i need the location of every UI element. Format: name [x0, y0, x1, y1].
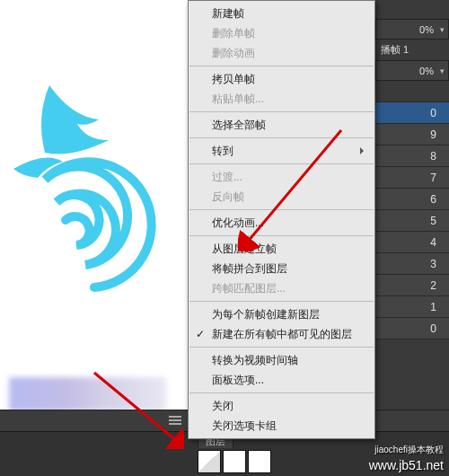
opacity-value: 0% — [376, 24, 436, 35]
menu-item[interactable]: 将帧拼合到图层 — [189, 259, 374, 278]
frame-thumbnail[interactable] — [223, 450, 246, 473]
layer-row[interactable]: 8 — [375, 145, 449, 167]
layers-panel[interactable]: 0%▾ 播帧 1 0%▾ 09876543210 — [375, 0, 449, 476]
watermark-text: www.jb51.net — [369, 458, 444, 472]
menu-item[interactable]: 新建帧 — [189, 4, 374, 23]
fill-value: 0% — [376, 66, 436, 76]
menu-item[interactable]: 拷贝单帧 — [189, 69, 374, 89]
blurred-overlay — [9, 377, 166, 411]
layer-row[interactable]: 5 — [375, 210, 449, 232]
menu-item: 粘贴单帧... — [189, 89, 374, 109]
menu-item[interactable]: 新建在所有帧中都可见的图层 — [189, 324, 374, 344]
menu-item[interactable]: 优化动画... — [189, 213, 374, 233]
watermark-text: jiaochefi操本教程 — [374, 444, 444, 456]
menu-item[interactable]: 从图层建立帧 — [189, 239, 374, 259]
chevron-down-icon[interactable]: ▾ — [436, 66, 448, 75]
layer-row[interactable]: 1 — [375, 296, 449, 318]
layer-row[interactable]: 7 — [375, 167, 449, 189]
layer-row[interactable] — [375, 81, 449, 102]
timeline-menu-icon[interactable] — [169, 416, 181, 425]
layer-row[interactable]: 9 — [375, 124, 449, 145]
menu-item[interactable]: 为每个新帧创建新图层 — [189, 304, 374, 324]
spiral-artwork — [0, 54, 189, 395]
menu-item[interactable]: 关闭 — [189, 396, 374, 416]
frame-thumbnail[interactable] — [248, 450, 271, 473]
chevron-down-icon[interactable]: ▾ — [436, 25, 448, 34]
layer-row[interactable]: 4 — [375, 232, 449, 253]
menu-item: 删除动画 — [189, 43, 374, 63]
menu-item[interactable]: 面板选项... — [189, 370, 374, 390]
menu-item[interactable]: 转换为视频时间轴 — [189, 350, 374, 370]
menu-item[interactable]: 选择全部帧 — [189, 115, 374, 135]
menu-item[interactable]: 转到 — [189, 141, 374, 161]
menu-item[interactable]: 关闭选项卡组 — [189, 416, 374, 436]
fill-row[interactable]: 0%▾ — [375, 61, 449, 81]
layer-row[interactable]: 2 — [375, 275, 449, 296]
layer-row[interactable]: 0 — [375, 318, 449, 339]
opacity-row[interactable]: 0%▾ — [375, 20, 449, 40]
document-canvas[interactable] — [0, 0, 189, 431]
menu-item: 删除单帧 — [189, 23, 374, 43]
menu-item: 过渡... — [189, 167, 374, 187]
layer-row[interactable]: 0 — [375, 102, 449, 124]
timeline-flyout-menu: 新建帧删除单帧删除动画拷贝单帧粘贴单帧...选择全部帧转到过渡...反向帧优化动… — [188, 0, 375, 439]
layer-row[interactable]: 6 — [375, 189, 449, 210]
layer-row[interactable]: 3 — [375, 253, 449, 275]
layer-group-label: 播帧 1 — [375, 40, 449, 61]
frame-thumbnail[interactable] — [198, 450, 221, 473]
menu-item: 跨帧匹配图层... — [189, 278, 374, 298]
menu-item: 反向帧 — [189, 187, 374, 207]
